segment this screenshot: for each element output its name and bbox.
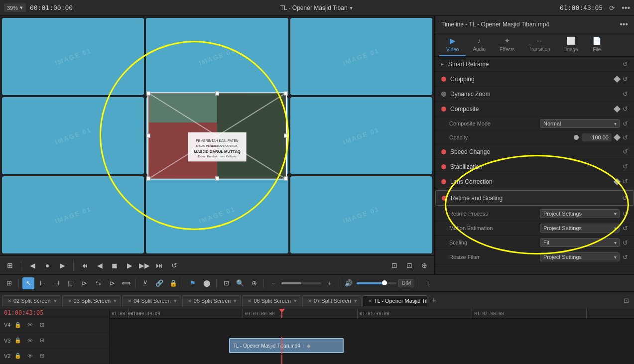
track-row-v4[interactable] — [110, 319, 634, 337]
tab-add-button[interactable]: + — [428, 295, 440, 306]
flag-btn[interactable]: ⬤ — [201, 277, 213, 289]
handle-bc[interactable] — [215, 176, 219, 180]
blade-btn[interactable]: ⌸ — [64, 277, 76, 289]
scaling-select[interactable]: Fit Crop Fill Stretch — [540, 238, 620, 247]
retime-process-select-wrapper[interactable]: Project Settings — [540, 209, 620, 218]
trim-in-btn[interactable]: ⊢ — [36, 277, 48, 289]
handle-br[interactable] — [284, 176, 288, 180]
preview-canvas[interactable]: PEMERINTAH KAB. PATEN DINAS PENDIDIKAN K… — [0, 16, 434, 255]
prev-frame-btn[interactable]: ◀ — [26, 259, 38, 271]
cropping-section[interactable]: Cropping ↺ — [435, 72, 634, 87]
v2-eye[interactable]: 👁 — [25, 352, 34, 361]
tab-05-chevron[interactable]: ▾ — [234, 298, 237, 304]
resize-filter-reset[interactable]: ↺ — [623, 253, 628, 261]
composite-mode-select-wrapper[interactable]: Normal — [540, 119, 620, 128]
tab-06-close[interactable]: ✕ — [248, 298, 252, 304]
tab-05-split[interactable]: ✕ 05 Split Screen ▾ — [182, 295, 242, 306]
scaling-reset[interactable]: ↺ — [623, 239, 628, 246]
add-track-btn[interactable]: ⊞ — [3, 277, 15, 289]
v3-lock[interactable]: 🔒 — [13, 336, 22, 345]
cropping-diamond[interactable] — [614, 75, 621, 82]
crop-btn[interactable]: ⊞ — [4, 259, 16, 271]
handle-tc[interactable] — [215, 91, 219, 95]
tab-video[interactable]: ▶ Video — [439, 33, 466, 56]
track-content[interactable]: 01:00:00:00 01:00:30:00 01:01:00:00 01:0… — [110, 309, 634, 364]
timeline-panel-btn[interactable]: ⊡ — [620, 295, 632, 307]
composite-mode-select[interactable]: Normal — [540, 119, 620, 128]
retime-process-select[interactable]: Project Settings — [540, 209, 620, 218]
opacity-diamond[interactable] — [614, 134, 621, 141]
pip-btn[interactable]: ⊡ — [403, 259, 415, 271]
tab-02-close[interactable]: ✕ — [7, 298, 11, 304]
v3-audio[interactable]: ⊞ — [37, 336, 46, 345]
step-fwd-btn[interactable]: ⏭ — [153, 259, 165, 271]
zoom-in-btn2[interactable]: ⊕ — [248, 277, 260, 289]
dim-button[interactable]: DIM — [398, 279, 414, 287]
tab-07-close[interactable]: ✕ — [308, 298, 312, 304]
slip-btn[interactable]: ⊳ — [106, 277, 118, 289]
opacity-value[interactable] — [582, 133, 612, 141]
resize-filter-select[interactable]: Project Settings — [540, 252, 620, 261]
zoom-in-btn[interactable]: ⊕ — [418, 259, 430, 271]
handle-tr[interactable] — [284, 91, 288, 95]
resize-filter-select-wrapper[interactable]: Project Settings — [540, 252, 620, 261]
composite-mode-reset[interactable]: ↺ — [623, 120, 628, 127]
tab-03-chevron[interactable]: ▾ — [114, 298, 117, 304]
fullscreen-btn[interactable]: ⊡ — [388, 259, 400, 271]
retime-scaling-section[interactable]: Retime and Scaling ↺ — [435, 190, 634, 206]
handle-mr[interactable] — [284, 134, 288, 138]
v2-audio[interactable]: ⊞ — [37, 352, 46, 361]
motion-estimation-reset[interactable]: ↺ — [623, 225, 628, 232]
tab-03-close[interactable]: ✕ — [68, 298, 72, 304]
play-btn[interactable]: ▶ — [124, 259, 135, 271]
lock-btn[interactable]: 🔒 — [167, 277, 179, 289]
tl-plus-btn[interactable]: + — [323, 277, 335, 289]
v4-lock[interactable]: 🔒 — [13, 320, 22, 329]
lens-correction-section[interactable]: Lens Correction ↺ — [435, 174, 634, 189]
tab-image[interactable]: ⬜ Image — [557, 33, 585, 56]
tab-03-split[interactable]: ✕ 03 Split Screen ▾ — [62, 295, 122, 306]
track-row-v2[interactable] — [110, 355, 634, 364]
fast-fwd-btn[interactable]: ▶▶ — [138, 259, 150, 271]
composite-reset[interactable]: ↺ — [623, 105, 628, 113]
tab-tl-opener[interactable]: ✕ TL - Opener Masjid Tiban ▾ — [363, 295, 427, 306]
roll-btn[interactable]: ⇆ — [92, 277, 104, 289]
v4-audio[interactable]: ⊞ — [37, 320, 46, 329]
topbar-dots[interactable]: ••• — [622, 3, 630, 12]
track-row-v3[interactable]: TL - Opener Masjid Tiban.mp4 ↕ ◆ — [110, 337, 634, 355]
retime-scaling-reset[interactable]: ↺ — [622, 194, 628, 202]
volume-slider[interactable] — [357, 282, 396, 284]
tab-05-close[interactable]: ✕ — [188, 298, 192, 304]
lens-correction-reset[interactable]: ↺ — [623, 178, 628, 185]
slide-btn[interactable]: ⟺ — [120, 277, 132, 289]
speed-change-section[interactable]: Speed Change ↺ — [435, 144, 634, 159]
zoom-fit-btn[interactable]: ⊡ — [220, 277, 232, 289]
tl-settings-btn[interactable]: ⋮ — [422, 277, 434, 289]
retime-process-reset[interactable]: ↺ — [623, 210, 628, 218]
v4-eye[interactable]: 👁 — [25, 320, 34, 329]
zoom-selector[interactable]: 39% ▾ — [4, 3, 26, 12]
tab-06-split[interactable]: ✕ 06 Split Screen ▾ — [242, 295, 301, 306]
motion-estimation-select-wrapper[interactable]: Project Settings — [540, 224, 620, 233]
cropping-reset[interactable]: ↺ — [623, 75, 628, 83]
dynamic-zoom-reset[interactable]: ↺ — [623, 90, 628, 98]
scaling-select-wrapper[interactable]: Fit Crop Fill Stretch — [540, 238, 620, 247]
tab-06-chevron[interactable]: ▾ — [294, 298, 297, 304]
stop-btn[interactable]: ◼ — [109, 259, 121, 271]
tab-04-split[interactable]: ✕ 04 Split Screen ▾ — [122, 295, 181, 306]
tab-04-chevron[interactable]: ▾ — [174, 298, 177, 304]
step-back-btn[interactable]: ⏮ — [79, 259, 91, 271]
marker-btn[interactable]: ⚑ — [187, 277, 199, 289]
tab-02-chevron[interactable]: ▾ — [54, 298, 57, 304]
clip-overlay[interactable]: PEMERINTAH KAB. PATEN DINAS PENDIDIKAN K… — [147, 92, 287, 179]
handle-bl[interactable] — [146, 176, 150, 180]
composite-diamond[interactable] — [614, 105, 621, 112]
zoom-out-btn[interactable]: 🔍 — [234, 277, 246, 289]
tab-tl-close[interactable]: ✕ — [368, 298, 372, 304]
volume-icon-btn[interactable]: 🔊 — [343, 277, 355, 289]
tl-minus-btn[interactable]: − — [267, 277, 279, 289]
tab-02-split[interactable]: ✕ 02 Split Screen ▾ — [2, 295, 61, 306]
inspector-scroll[interactable]: ▸ Smart Reframe ↺ Cropping ↺ Dynamic Zoo… — [435, 57, 634, 274]
dynamic-zoom-section[interactable]: Dynamic Zoom ↺ — [435, 87, 634, 102]
v3-eye[interactable]: 👁 — [25, 336, 34, 345]
